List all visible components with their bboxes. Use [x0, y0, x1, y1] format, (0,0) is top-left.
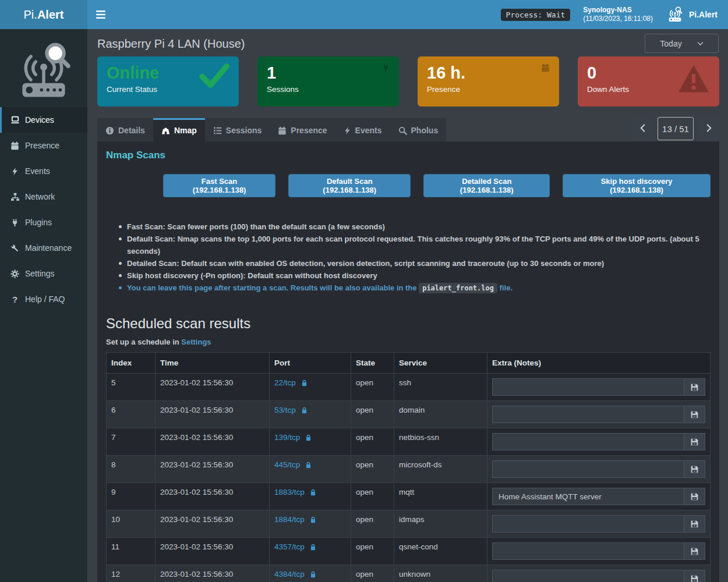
default-scan-button[interactable]: Default Scan (192.168.1.138) — [288, 174, 411, 197]
summary-card-sessions[interactable]: 1Sessions — [257, 56, 399, 107]
note-input[interactable] — [492, 406, 684, 423]
info-icon — [105, 126, 114, 135]
port-link[interactable]: 22/tcp — [274, 378, 308, 387]
save-button[interactable] — [684, 378, 705, 396]
cell-note — [487, 538, 711, 565]
cell-service: ssh — [394, 374, 487, 401]
port-link[interactable]: 4357/tcp — [274, 542, 317, 551]
gear-icon — [10, 269, 20, 278]
tab-label: Details — [118, 126, 145, 135]
lock-icon — [309, 516, 317, 524]
tab-pholus[interactable]: Pholus — [390, 118, 447, 141]
summary-card-down-alerts[interactable]: 0Down Alerts — [578, 56, 719, 107]
cell-index: 6 — [107, 401, 156, 428]
port-link[interactable]: 53/tcp — [274, 406, 308, 414]
binoculars-icon — [161, 126, 170, 135]
user-label: Pi.Alert — [689, 10, 718, 19]
port-link[interactable]: 139/tcp — [274, 433, 312, 442]
sidebar-item-label: Network — [25, 192, 55, 201]
sidebar-item-devices[interactable]: Devices — [0, 107, 87, 133]
nmap-tab-panel: Nmap Scans Fast Scan (192.168.1.138)Defa… — [97, 141, 719, 582]
card-label: Presence — [427, 85, 550, 94]
lock-icon — [305, 461, 312, 469]
note-input[interactable] — [492, 542, 684, 560]
column-header-port: Port — [270, 353, 351, 374]
server-info: Synology-NAS (11/03/2023, 16:11:08) — [583, 6, 653, 23]
cell-port: 53/tcp — [270, 401, 351, 428]
cell-port: 4357/tcp — [270, 538, 351, 565]
cell-port: 22/tcp — [270, 374, 351, 401]
cell-time: 2023-01-02 15:56:30 — [156, 483, 270, 510]
tab-bar: DetailsNmapSessionsPresenceEventsPholus … — [87, 107, 728, 141]
save-button[interactable] — [684, 433, 705, 450]
cell-note — [487, 401, 711, 428]
tab-sessions[interactable]: Sessions — [205, 118, 270, 141]
sidebar-item-help-faq[interactable]: ?Help / FAQ — [0, 286, 87, 312]
save-button[interactable] — [684, 515, 705, 533]
tab-nmap[interactable]: Nmap — [153, 118, 205, 141]
table-row: 122023-01-02 15:56:304384/tcpopenunknown — [107, 565, 711, 582]
chevron-down-icon — [697, 41, 704, 46]
lock-icon — [301, 406, 308, 414]
tab-events[interactable]: Events — [335, 118, 390, 141]
cell-time: 2023-01-02 15:56:30 — [156, 510, 270, 538]
cell-time: 2023-01-02 15:56:30 — [156, 565, 270, 582]
wrench-icon — [10, 244, 20, 253]
fast-scan-button[interactable]: Fast Scan (192.168.1.138) — [163, 174, 275, 197]
save-button[interactable] — [684, 460, 705, 478]
tab-details[interactable]: Details — [97, 118, 153, 141]
chevron-left-icon — [639, 123, 646, 134]
sidebar-item-network[interactable]: Network — [0, 184, 87, 210]
brand-logo[interactable]: Pi.Alert — [0, 0, 87, 29]
sidebar-item-settings[interactable]: Settings — [0, 261, 87, 286]
list-ol-icon — [213, 126, 222, 135]
port-link[interactable]: 445/tcp — [274, 460, 312, 469]
detailed-scan-button[interactable]: Detailed Scan (192.168.1.138) — [423, 174, 550, 197]
cell-time: 2023-01-02 15:56:30 — [156, 538, 270, 565]
port-link[interactable]: 4384/tcp — [274, 570, 317, 579]
lock-icon — [309, 543, 317, 551]
lock-icon — [309, 570, 317, 579]
note-input[interactable] — [492, 570, 684, 582]
pager-next-button[interactable] — [698, 117, 719, 140]
sidebar-item-events[interactable]: Events — [0, 158, 87, 184]
hamburger-icon[interactable] — [87, 0, 114, 29]
table-row: 82023-01-02 15:56:30445/tcpopenmicrosoft… — [107, 456, 711, 483]
settings-link[interactable]: Settings — [181, 338, 211, 346]
cell-state: open — [351, 510, 394, 538]
port-link[interactable]: 1883/tcp — [274, 488, 317, 496]
server-name: Synology-NAS — [583, 6, 653, 15]
user-menu[interactable]: Pi.Alert — [666, 5, 718, 24]
cell-port: 4384/tcp — [270, 565, 351, 582]
sidebar-item-plugins[interactable]: Plugins — [0, 210, 87, 235]
sidebar-item-maintenance[interactable]: Maintenance — [0, 235, 87, 261]
page-title: Raspberry Pi 4 LAN (House) — [97, 37, 719, 51]
question-icon: ? — [10, 294, 20, 304]
port-link[interactable]: 1884/tcp — [274, 515, 317, 524]
pager-prev-button[interactable] — [632, 117, 653, 140]
pager-position-label: 13 / 51 — [658, 117, 694, 140]
tab-presence[interactable]: Presence — [270, 118, 335, 141]
note-input[interactable] — [492, 433, 684, 450]
sidebar-item-presence[interactable]: Presence — [0, 133, 87, 158]
note-input[interactable] — [492, 488, 684, 505]
period-dropdown[interactable]: Today — [645, 34, 719, 53]
note-text-before: You can leave this page after starting a… — [127, 283, 419, 292]
skip-host-discovery-button[interactable]: Skip host discovery (192.168.1.138) — [563, 174, 711, 197]
lock-icon — [301, 379, 308, 387]
save-button[interactable] — [684, 542, 705, 560]
cell-index: 11 — [107, 538, 156, 565]
note-input[interactable] — [492, 460, 684, 478]
cell-state: open — [351, 456, 394, 483]
summary-card-current-status[interactable]: OnlineCurrent Status — [97, 56, 239, 107]
scan-info-bullet: Default Scan: Nmap scans the top 1,000 p… — [118, 233, 711, 257]
note-input[interactable] — [492, 515, 684, 533]
save-button[interactable] — [684, 406, 705, 423]
tab-label: Events — [355, 126, 382, 135]
note-input[interactable] — [492, 378, 684, 396]
cell-service: netbios-ssn — [394, 428, 487, 456]
cell-time: 2023-01-02 15:56:30 — [156, 428, 270, 456]
save-button[interactable] — [684, 570, 705, 582]
summary-card-presence[interactable]: 16 h.Presence — [418, 56, 559, 107]
save-button[interactable] — [684, 488, 705, 505]
